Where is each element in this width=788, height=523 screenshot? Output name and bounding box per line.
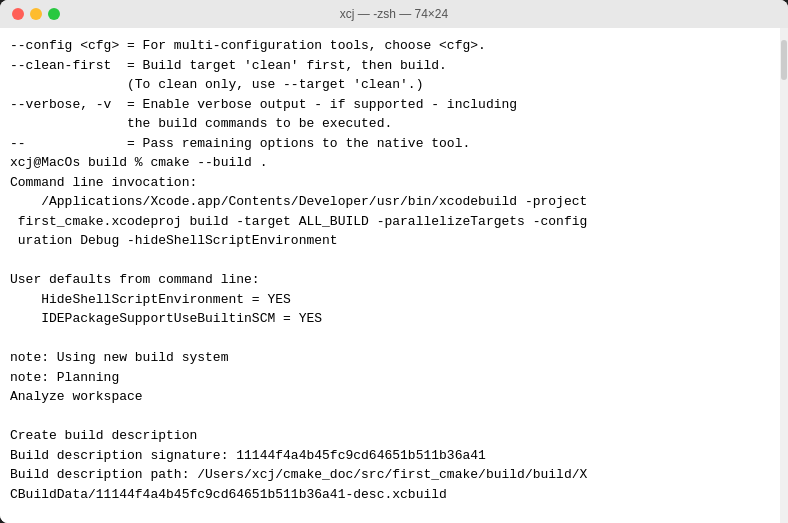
close-button[interactable]: [12, 8, 24, 20]
window-title: xcj — -zsh — 74×24: [340, 7, 448, 21]
titlebar: xcj — -zsh — 74×24: [0, 0, 788, 28]
minimize-button[interactable]: [30, 8, 42, 20]
scrollbar-track: [780, 28, 788, 523]
terminal-window: xcj — -zsh — 74×24 --config <cfg> = For …: [0, 0, 788, 523]
traffic-lights: [12, 8, 60, 20]
terminal-body[interactable]: --config <cfg> = For multi-configuration…: [0, 28, 788, 523]
scrollbar-thumb[interactable]: [781, 40, 787, 80]
maximize-button[interactable]: [48, 8, 60, 20]
